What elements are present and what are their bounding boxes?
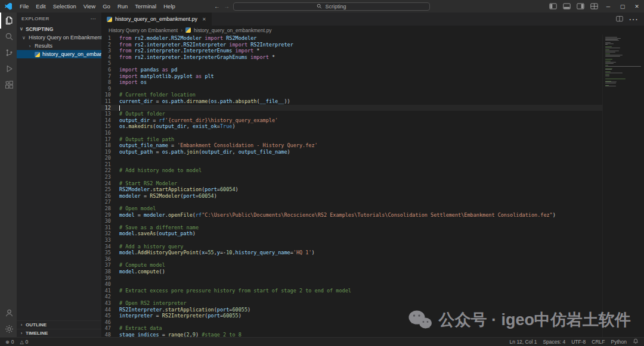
code-line-30[interactable]: 30 (101, 218, 602, 225)
workspace-section-header[interactable]: ∨ SCRIPTING (17, 24, 101, 33)
code-line-2[interactable]: 2from rs2.interpreter.RS2Interpreter imp… (101, 42, 602, 48)
code-line-20[interactable]: 20 (101, 155, 602, 161)
toggle-secondary-sidebar-icon[interactable] (577, 3, 584, 10)
code-line-38[interactable]: 38model.compute() (101, 269, 602, 275)
code-line-24[interactable]: 24# Start RS2 Modeler (101, 180, 602, 187)
code-line-17[interactable]: 17# Output file path (101, 136, 602, 143)
menu-edit[interactable]: Edit (32, 3, 49, 10)
code-line-35[interactable]: 35model.AddHistoryQueryPoint(x=55,y=-10,… (101, 250, 602, 256)
code-line-3[interactable]: 3from rs2.interpreter.InterpreterEnums i… (101, 48, 602, 54)
status-ln-12-col-1[interactable]: Ln 12, Col 1 (510, 339, 537, 345)
line-content: # Open model (119, 205, 156, 212)
tree-item-history-query-on-embankment-py[interactable]: history_query_on_embankment.py (17, 50, 101, 58)
code-line-14[interactable]: 14output_dir = rf'{current_dir}\history_… (101, 117, 602, 124)
code-line-26[interactable]: 26modeler = RS2Modeler(port=60054) (101, 193, 602, 200)
tab-close-icon[interactable]: ✕ (202, 17, 206, 22)
menu-selection[interactable]: Selection (49, 3, 80, 10)
minimap-line (605, 52, 615, 52)
minimap[interactable] (602, 35, 644, 337)
code-line-28[interactable]: 28# Open model (101, 205, 602, 212)
maximize-button[interactable]: ▢ (615, 0, 630, 13)
menu-terminal[interactable]: Terminal (131, 3, 160, 10)
account-icon[interactable] (0, 305, 17, 321)
code-line-18[interactable]: 18output_file_name = 'Embankment Consoli… (101, 142, 602, 149)
section-timeline[interactable]: ›TIMELINE (17, 329, 101, 337)
status-utf-8[interactable]: UTF-8 (571, 339, 586, 345)
extensions-icon[interactable] (0, 77, 17, 93)
code-line-43[interactable]: 43# Open RS2 interpreter (101, 300, 602, 307)
code-line-25[interactable]: 25RS2Modeler.startApplication(port=60054… (101, 186, 602, 193)
status-spaces-4[interactable]: Spaces: 4 (543, 339, 565, 345)
code-line-40[interactable]: 40 (101, 281, 602, 288)
notifications-bell-icon[interactable] (633, 338, 639, 345)
code-line-41[interactable]: 41# Extract excess pore pressure history… (101, 288, 602, 294)
command-center-search[interactable]: Scripting (233, 2, 430, 11)
menu-help[interactable]: Help (160, 3, 179, 10)
code-line-1[interactable]: 1from rs2.modeler.RS2Modeler import RS2M… (101, 35, 602, 42)
forward-icon[interactable]: → (224, 3, 230, 10)
code-line-32[interactable]: 32model.saveAs(output_path) (101, 230, 602, 237)
code-line-9[interactable]: 9 (101, 86, 602, 92)
toggle-panel-icon[interactable] (563, 3, 571, 10)
code-line-34[interactable]: 34# Add a history query (101, 244, 602, 250)
code-line-39[interactable]: 39 (101, 275, 602, 282)
status-python[interactable]: Python (611, 339, 627, 345)
code-line-11[interactable]: 11current_dir = os.path.dirname(os.path.… (101, 98, 602, 105)
code-line-8[interactable]: 8import os (101, 79, 602, 86)
back-icon[interactable]: ← (214, 3, 220, 10)
section-outline[interactable]: ›OUTLINE (17, 320, 101, 329)
menu-file[interactable]: File (16, 3, 32, 10)
explorer-more-actions-icon[interactable]: ⋯ (91, 15, 97, 22)
explorer-icon[interactable] (0, 13, 17, 29)
code-content[interactable]: 1from rs2.modeler.RS2Modeler import RS2M… (101, 35, 602, 337)
breadcrumb-file[interactable]: history_query_on_embankment.py (194, 27, 271, 33)
menu-view[interactable]: View (80, 3, 99, 10)
code-line-22[interactable]: 22# Add history node to model (101, 167, 602, 174)
code-line-33[interactable]: 33 (101, 237, 602, 244)
code-line-10[interactable]: 10# Current folder location (101, 92, 602, 98)
tree-item-results[interactable]: ›Results (17, 42, 101, 50)
code-line-48[interactable]: 48stage_indices = range(2,9) #stage 2 to… (101, 332, 602, 337)
line-number: 22 (101, 167, 119, 174)
code-line-31[interactable]: 31# Save as a different name (101, 225, 602, 231)
search-sidebar-icon[interactable] (0, 29, 17, 45)
code-line-42[interactable]: 42 (101, 294, 602, 300)
code-line-16[interactable]: 16 (101, 130, 602, 136)
toggle-sidebar-icon[interactable] (549, 3, 557, 10)
editor-more-actions-icon[interactable]: ⋯ (628, 14, 638, 25)
customize-layout-icon[interactable] (590, 3, 598, 10)
status-crlf[interactable]: CRLF (592, 339, 605, 345)
code-line-13[interactable]: 13# Output folder (101, 111, 602, 117)
code-line-6[interactable]: 6import pandas as pd (101, 67, 602, 73)
tab-history-query-file[interactable]: history_query_on_embankment.py ✕ (101, 13, 212, 26)
close-button[interactable]: ✕ (630, 0, 644, 13)
code-line-29[interactable]: 29model = modeler.openFile(rf"C:\Users\P… (101, 212, 602, 219)
code-line-19[interactable]: 19output_path = os.path.join(output_dir,… (101, 149, 602, 155)
status-bar: ⊗0△0 Ln 12, Col 1Spaces: 4UTF-8CRLFPytho… (0, 337, 644, 346)
error-status[interactable]: ⊗0 (5, 339, 14, 345)
split-editor-icon[interactable] (616, 14, 623, 24)
breadcrumb[interactable]: History Query on Embankment › history_qu… (101, 26, 644, 35)
code-line-27[interactable]: 27 (101, 199, 602, 205)
code-line-21[interactable]: 21 (101, 161, 602, 168)
code-line-23[interactable]: 23 (101, 174, 602, 180)
settings-gear-icon[interactable] (0, 321, 17, 337)
warning-status[interactable]: △0 (20, 339, 28, 345)
line-content: from rs2.interpreter.InterpreterEnums im… (119, 48, 260, 54)
code-line-36[interactable]: 36 (101, 256, 602, 263)
code-editor[interactable]: 1from rs2.modeler.RS2Modeler import RS2M… (101, 35, 644, 337)
code-line-15[interactable]: 15os.makedirs(output_dir, exist_ok=True) (101, 123, 602, 130)
minimize-button[interactable]: ─ (601, 0, 615, 13)
source-control-icon[interactable] (0, 45, 17, 61)
sidebar-bottom-sections: ›OUTLINE›TIMELINE (17, 320, 101, 337)
menu-go[interactable]: Go (99, 3, 114, 10)
code-line-4[interactable]: 4from rs2.interpreter.InterpreterGraphEn… (101, 54, 602, 61)
code-line-37[interactable]: 37# Compute model (101, 262, 602, 269)
menu-run[interactable]: Run (114, 3, 131, 10)
breadcrumb-folder[interactable]: History Query on Embankment (109, 27, 178, 33)
code-line-7[interactable]: 7import matplotlib.pyplot as plt (101, 73, 602, 80)
run-debug-icon[interactable] (0, 61, 17, 77)
code-line-5[interactable]: 5 (101, 60, 602, 67)
code-line-12[interactable]: 12 (101, 105, 602, 111)
tree-item-history-query-on-embankment[interactable]: ∨History Query on Embankment (17, 33, 101, 42)
